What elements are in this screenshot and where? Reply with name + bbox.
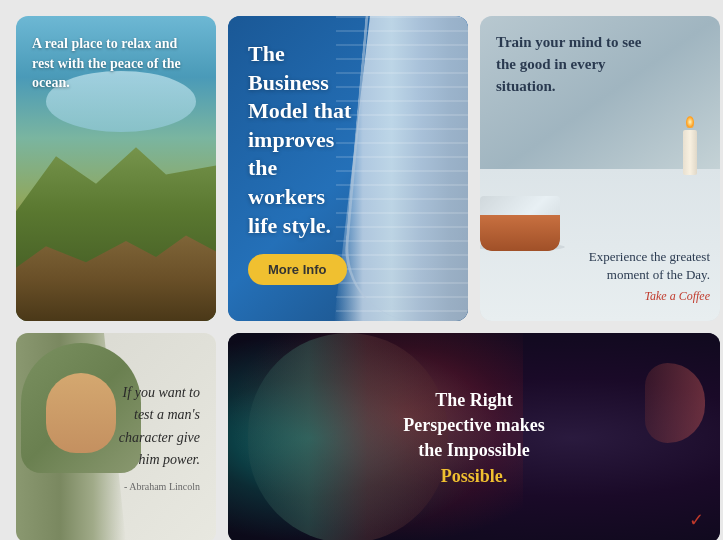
- hoodie-face: [46, 373, 116, 453]
- coffee-area: [480, 161, 600, 251]
- card-ocean: A real place to relax and rest with the …: [16, 16, 216, 321]
- candle-body: [683, 130, 697, 175]
- mind-bottom-label: Experience the greatest moment of the Da…: [589, 249, 710, 282]
- hoodie-attribution: - Abraham Lincoln: [110, 479, 200, 494]
- main-grid: A real place to relax and rest with the …: [0, 0, 723, 540]
- card-mind: Train your mind to see the good in every…: [480, 16, 720, 321]
- candle-area: [670, 116, 710, 176]
- perspective-main-text: The Right Perspective makes the Impossib…: [302, 388, 646, 489]
- perspective-line2: Perspective makes: [403, 415, 544, 435]
- ocean-text: A real place to relax and rest with the …: [32, 34, 200, 93]
- coffee-cup: [480, 196, 560, 251]
- bird-icon: ✓: [689, 509, 704, 531]
- perspective-line1: The Right: [435, 390, 513, 410]
- hoodie-text-area: If you want to test a man's character gi…: [110, 353, 200, 523]
- perspective-highlight: Possible.: [441, 465, 508, 485]
- hoodie-quote: If you want to test a man's character gi…: [110, 382, 200, 472]
- building-title: The Business Model that improves the wor…: [248, 40, 358, 240]
- coffee-liquid: [480, 215, 560, 251]
- card-perspective: The Right Perspective makes the Impossib…: [228, 333, 720, 540]
- candle-flame: [686, 116, 694, 128]
- mind-text-bottom: Experience the greatest moment of the Da…: [580, 248, 710, 305]
- perspective-line3: the Impossible: [418, 440, 530, 460]
- more-info-button[interactable]: More Info: [248, 254, 347, 285]
- card-hoodie: If you want to test a man's character gi…: [16, 333, 216, 540]
- perspective-text-area: The Right Perspective makes the Impossib…: [302, 388, 646, 489]
- take-coffee-link[interactable]: Take a Coffee: [580, 288, 710, 305]
- card-building: The Business Model that improves the wor…: [228, 16, 468, 321]
- mind-text-top: Train your mind to see the good in every…: [496, 32, 660, 97]
